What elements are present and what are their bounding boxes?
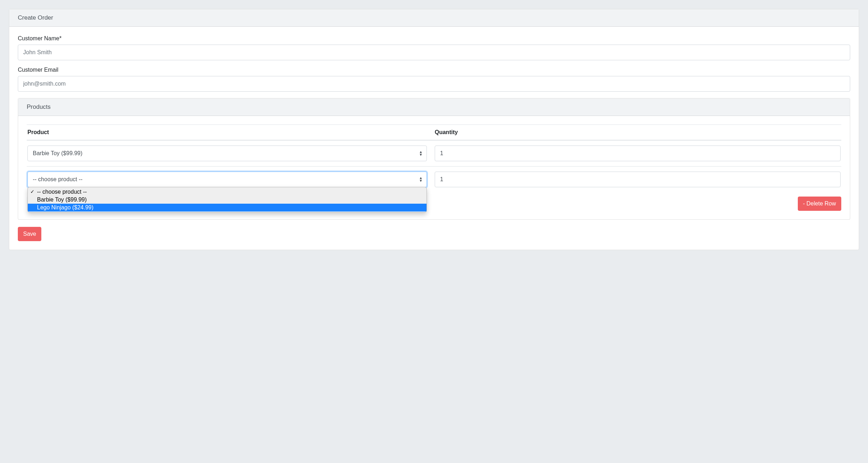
dropdown-option[interactable]: ✓ -- choose product --	[28, 188, 427, 196]
products-table: Product Quantity Barbie Toy ($99.99)	[27, 124, 841, 192]
dropdown-option-label: -- choose product --	[37, 189, 87, 195]
customer-email-label: Customer Email	[18, 67, 850, 73]
dropdown-option[interactable]: Lego Ninjago ($24.99)	[28, 204, 427, 212]
save-row: Save	[18, 227, 850, 241]
product-select[interactable]: -- choose product --	[27, 172, 427, 187]
customer-email-input[interactable]	[18, 76, 850, 92]
product-dropdown-menu: ✓ -- choose product -- Barbie Toy ($99.9…	[27, 187, 427, 213]
products-title: Products	[27, 103, 51, 110]
column-quantity: Quantity	[434, 125, 841, 141]
save-button[interactable]: Save	[18, 227, 41, 241]
quantity-input[interactable]	[435, 172, 841, 187]
product-select-wrap: Barbie Toy ($99.99) ▲▼	[27, 146, 427, 161]
table-row: Barbie Toy ($99.99) ▲▼	[27, 140, 841, 167]
products-card: Products Product Quantity	[18, 98, 850, 220]
delete-row-button[interactable]: - Delete Row	[798, 197, 841, 211]
create-order-card: Create Order Customer Name* Customer Ema…	[9, 9, 859, 250]
product-select[interactable]: Barbie Toy ($99.99)	[27, 146, 427, 161]
products-body: Product Quantity Barbie Toy ($99.99)	[18, 116, 850, 219]
customer-name-group: Customer Name*	[18, 35, 850, 60]
dropdown-option-label: Lego Ninjago ($24.99)	[37, 204, 93, 210]
page-title: Create Order	[18, 14, 53, 21]
card-body: Customer Name* Customer Email Products P…	[9, 27, 859, 250]
table-header-row: Product Quantity	[27, 125, 841, 141]
customer-name-input[interactable]	[18, 45, 850, 60]
product-select-wrap: -- choose product -- ▲▼ ✓ -- choose pro	[27, 172, 427, 187]
customer-name-label: Customer Name*	[18, 35, 850, 42]
dropdown-option-label: Barbie Toy ($99.99)	[37, 197, 87, 203]
dropdown-option[interactable]: Barbie Toy ($99.99)	[28, 196, 427, 204]
products-header: Products	[18, 98, 850, 116]
customer-email-group: Customer Email	[18, 67, 850, 92]
check-icon: ✓	[30, 189, 35, 194]
product-select-value: -- choose product --	[33, 176, 83, 182]
table-row: -- choose product -- ▲▼ ✓ -- choose pro	[27, 167, 841, 193]
card-header: Create Order	[9, 9, 859, 27]
quantity-input[interactable]	[435, 146, 841, 161]
product-select-value: Barbie Toy ($99.99)	[33, 150, 82, 156]
column-product: Product	[27, 125, 434, 141]
